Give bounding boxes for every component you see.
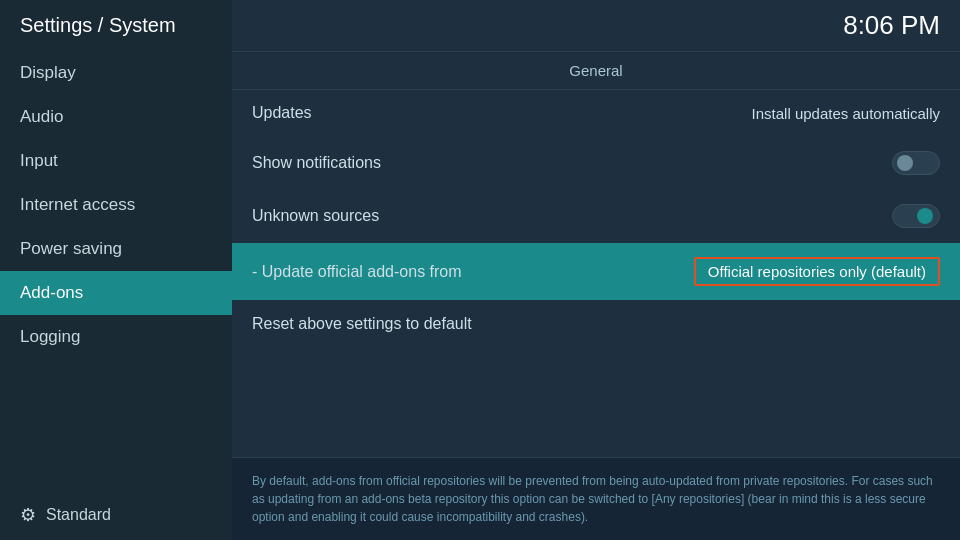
- toggle-knob-unknown-sources: [917, 208, 933, 224]
- sidebar-item-add-ons[interactable]: Add-ons: [0, 271, 232, 315]
- setting-row-show-notifications[interactable]: Show notifications: [232, 137, 960, 190]
- setting-row-update-official-addons[interactable]: - Update official add-ons fromOfficial r…: [232, 243, 960, 301]
- toggle-unknown-sources[interactable]: [892, 204, 940, 228]
- settings-list: UpdatesInstall updates automaticallyShow…: [232, 90, 960, 457]
- setting-row-unknown-sources[interactable]: Unknown sources: [232, 190, 960, 243]
- sidebar-item-audio[interactable]: Audio: [0, 95, 232, 139]
- toggle-show-notifications[interactable]: [892, 151, 940, 175]
- footer-description: By default, add-ons from official reposi…: [232, 457, 960, 540]
- clock: 8:06 PM: [843, 10, 940, 41]
- sidebar: Settings / System DisplayAudioInputInter…: [0, 0, 232, 540]
- sidebar-nav: DisplayAudioInputInternet accessPower sa…: [0, 51, 232, 490]
- section-header: General: [232, 52, 960, 90]
- sidebar-item-display[interactable]: Display: [0, 51, 232, 95]
- setting-label-update-official-addons: - Update official add-ons from: [252, 263, 462, 281]
- setting-value-update-official-addons: Official repositories only (default): [694, 257, 940, 286]
- sidebar-item-input[interactable]: Input: [0, 139, 232, 183]
- toggle-knob-show-notifications: [897, 155, 913, 171]
- main-content: 8:06 PM General UpdatesInstall updates a…: [232, 0, 960, 540]
- settings-area: General UpdatesInstall updates automatic…: [232, 52, 960, 457]
- sidebar-footer[interactable]: ⚙ Standard: [0, 490, 232, 540]
- sidebar-item-power-saving[interactable]: Power saving: [0, 227, 232, 271]
- setting-label-show-notifications: Show notifications: [252, 154, 381, 172]
- setting-label-unknown-sources: Unknown sources: [252, 207, 379, 225]
- app-title: Settings / System: [0, 0, 232, 51]
- setting-label-updates: Updates: [252, 104, 312, 122]
- setting-label-reset-settings: Reset above settings to default: [252, 315, 472, 333]
- top-bar: 8:06 PM: [232, 0, 960, 52]
- setting-value-updates: Install updates automatically: [752, 105, 940, 122]
- sidebar-item-internet-access[interactable]: Internet access: [0, 183, 232, 227]
- gear-icon: ⚙: [20, 504, 36, 526]
- sidebar-item-logging[interactable]: Logging: [0, 315, 232, 359]
- setting-row-reset-settings[interactable]: Reset above settings to default: [232, 301, 960, 348]
- sidebar-footer-label: Standard: [46, 506, 111, 524]
- setting-row-updates[interactable]: UpdatesInstall updates automatically: [232, 90, 960, 137]
